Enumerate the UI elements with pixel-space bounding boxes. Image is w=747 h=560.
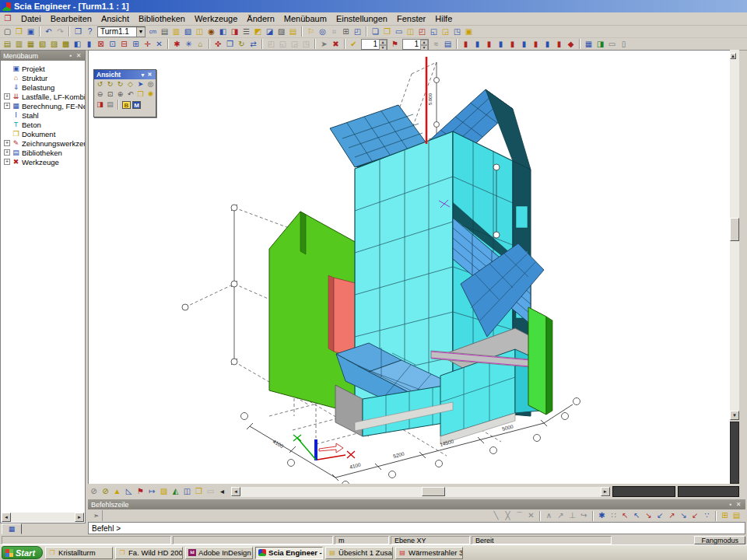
snap-ext-button[interactable]: ↙ xyxy=(689,510,701,521)
units-button[interactable]: cm xyxy=(147,26,159,37)
weld-tool[interactable]: ✛ xyxy=(142,39,153,50)
filter-button[interactable]: ≈ xyxy=(430,39,442,50)
layout-5-button[interactable]: ◰ xyxy=(416,26,428,37)
copy-tool[interactable]: ❐ xyxy=(224,39,236,50)
rib-tool[interactable]: ▨ xyxy=(48,39,60,50)
screen-button[interactable]: ▦ xyxy=(583,39,594,50)
scroll-left-icon[interactable]: ◄ xyxy=(231,487,240,496)
tree-item-berechnung-fe-netz[interactable]: +▦Berechnung, FE-Netz xyxy=(4,101,85,110)
pane-splitter-left[interactable] xyxy=(612,486,675,497)
pin-panel-icon[interactable]: ▪ xyxy=(727,501,735,508)
print-button[interactable]: ▤ xyxy=(159,26,170,37)
window-4-button[interactable]: ◳ xyxy=(300,39,312,50)
taskbar-task-fawildhd2007[interactable]: ❒Fa. Wild HD 2007 xyxy=(115,547,183,559)
tree-item-zeichnungswerkzeuge[interactable]: +✎Zeichnungswerkzeuge xyxy=(4,138,85,148)
tree-item-stahl[interactable]: ⅠStahl xyxy=(4,110,85,120)
snap-arc-button[interactable]: ⌒ xyxy=(514,510,525,521)
layout-9-button[interactable]: ▣ xyxy=(463,26,475,37)
titlebar[interactable]: Scia Engineer - [Turm1.1 : 1] xyxy=(0,0,747,12)
command-input[interactable]: Befehl > xyxy=(88,522,745,534)
sidebar-tab[interactable]: ▦ xyxy=(2,523,22,534)
confirm-button[interactable]: ✔ xyxy=(348,39,359,50)
snap-curve-button[interactable]: ↪ xyxy=(578,510,590,521)
menu-bearbeiten[interactable]: Bearbeiten xyxy=(46,13,96,24)
tree-item-beton[interactable]: TBeton xyxy=(4,120,85,129)
menu-datei[interactable]: Datei xyxy=(16,13,46,24)
snap-grid-button[interactable]: ∷ xyxy=(608,510,619,521)
lasso-tool[interactable]: ⌂ xyxy=(195,39,206,50)
node-tool[interactable]: ⊟ xyxy=(118,39,130,50)
snap-ortho-button[interactable]: ↙ xyxy=(654,510,666,521)
combo-dropdown-icon[interactable]: ▼ xyxy=(136,27,145,37)
zoom-window-button[interactable]: ⊡ xyxy=(105,89,115,100)
snap-end-button[interactable]: ↖ xyxy=(631,510,643,521)
shell-tool[interactable]: ▩ xyxy=(60,39,72,50)
printer-data-button[interactable]: ☰ xyxy=(240,26,252,37)
tree-item-struktur[interactable]: ⌂Struktur xyxy=(4,73,85,82)
sidebar-scroll-track[interactable] xyxy=(11,513,75,522)
move-tool[interactable]: ✜ xyxy=(212,39,224,50)
beam-prop-1[interactable]: ▮ xyxy=(460,39,472,50)
scroll-right-icon[interactable]: ► xyxy=(75,513,84,522)
rotate-z-button[interactable]: ↻ xyxy=(105,79,115,89)
zoom-in-button[interactable]: ⊕ xyxy=(115,89,125,100)
photo-button[interactable]: ◨ xyxy=(594,39,606,50)
beam-prop-9[interactable]: ▮ xyxy=(553,39,565,50)
drawing-canvas[interactable]: 5.000 5.000 xyxy=(88,50,730,484)
taskbar-task-wrmestrahler[interactable]: ▤Wärmestrahler 3D... xyxy=(395,547,463,559)
menu-hilfe[interactable]: Hilfe xyxy=(430,13,457,24)
project-combo[interactable]: Turm1.1 ▼ xyxy=(97,26,146,37)
document-layout-button[interactable]: ◧ xyxy=(217,26,229,37)
scale-spinner-2[interactable]: 1 ▲▼ xyxy=(402,39,429,50)
render-b-button[interactable]: B xyxy=(121,100,132,110)
slab-tool[interactable]: ▧ xyxy=(37,39,48,50)
menu-werkzeuge[interactable]: Werkzeuge xyxy=(190,13,242,24)
snap-mid-button[interactable]: ↘ xyxy=(643,510,654,521)
zoom-cursor-button[interactable]: ◎ xyxy=(146,79,156,89)
rotate-tool[interactable]: ↻ xyxy=(236,39,247,50)
zoom-doc-button[interactable]: ◎ xyxy=(317,26,328,37)
pin-panel-icon[interactable]: ▪ xyxy=(67,52,75,59)
document-button[interactable]: ▤ xyxy=(287,26,299,37)
beam-prop-3[interactable]: ▮ xyxy=(483,39,495,50)
pillar-tool[interactable]: ▮ xyxy=(83,39,95,50)
connect-tool[interactable]: ⊞ xyxy=(130,39,142,50)
beam-tool[interactable]: ▦ xyxy=(25,39,37,50)
snap-node-button[interactable]: ↖ xyxy=(619,510,631,521)
select-tool[interactable]: ✱ xyxy=(171,39,183,50)
window-3-button[interactable]: ◲ xyxy=(289,39,300,50)
picture-gallery-button[interactable]: ▧ xyxy=(182,26,194,37)
flag-button[interactable]: ⚑ xyxy=(135,486,146,497)
info-window-button[interactable]: ◰ xyxy=(352,26,363,37)
clip-box-button[interactable]: ❒ xyxy=(135,89,146,100)
box-3d-button[interactable]: ◫ xyxy=(181,486,193,497)
node-prop-button[interactable]: ◆ xyxy=(565,39,577,50)
ansicht-palette-titlebar[interactable]: Ansicht ▼ ✕ xyxy=(94,70,156,79)
scroll-down-icon[interactable]: ▼ xyxy=(730,411,739,420)
calc-pad-1[interactable]: ▭ xyxy=(606,39,618,50)
beam-prop-5[interactable]: ▮ xyxy=(507,39,518,50)
walk-mode-button[interactable]: ➤ xyxy=(135,79,146,89)
taskbar-task-sciaengineer[interactable]: Scia Engineer - [... xyxy=(255,547,323,559)
new-window-button[interactable]: ❐ xyxy=(72,26,84,37)
calc-pad-2[interactable]: ▯ xyxy=(618,39,630,50)
layout-2-button[interactable]: ❐ xyxy=(381,26,393,37)
snap-int-button[interactable]: ↗ xyxy=(666,510,678,521)
expand-icon[interactable]: + xyxy=(4,103,10,109)
document-red-button[interactable]: ◨ xyxy=(229,26,240,37)
snap-set-2-button[interactable]: ▤ xyxy=(731,510,742,521)
zoom-previous-button[interactable]: ↶ xyxy=(125,89,135,100)
mdi-child-icon[interactable]: ❐ xyxy=(2,14,13,23)
link-1-button[interactable]: ⊘ xyxy=(88,486,100,497)
window-1-button[interactable]: ◰ xyxy=(265,39,277,50)
gallery-button[interactable]: ◩ xyxy=(252,26,264,37)
cursor-mode-icon[interactable]: ➣ xyxy=(90,510,103,521)
snap-line-button[interactable]: ╲ xyxy=(490,510,502,521)
snap-mode-button[interactable]: Fangmodus xyxy=(694,536,745,544)
expand-icon[interactable]: + xyxy=(4,93,10,100)
palette-close-icon[interactable]: ✕ xyxy=(146,72,153,78)
canvas-horizontal-scrollbar[interactable]: ◄ ► xyxy=(231,487,610,497)
mirror-tool[interactable]: ⇄ xyxy=(247,39,259,50)
collapse-strip-button[interactable]: ◂ xyxy=(216,486,228,497)
snap-set-1-button[interactable]: ⊞ xyxy=(719,510,731,521)
